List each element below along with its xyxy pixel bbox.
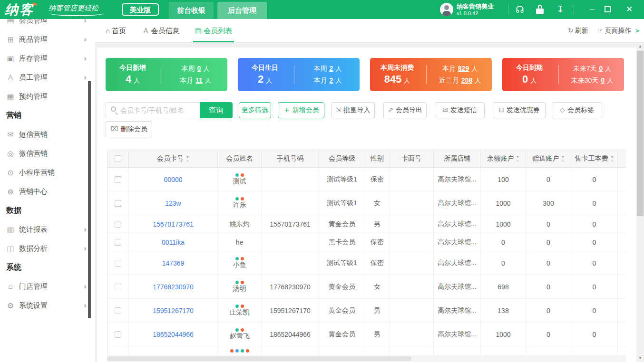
page-actions-button[interactable]: ☞页面操作＞ [597, 19, 641, 42]
member-card-link[interactable]: 15951267170 [153, 307, 194, 314]
button-label: 发送短信 [450, 106, 477, 114]
sidebar-item-12[interactable]: ◫数据分析› [0, 239, 95, 258]
sidebar-item-1[interactable]: ⊞商品管理› [0, 30, 95, 49]
sidebar-item-11[interactable]: ▥统计报表› [0, 220, 95, 239]
tab-home[interactable]: ⌂首页 [106, 19, 126, 42]
sort-icon[interactable]: ▼▲ [611, 155, 614, 162]
row-checkbox[interactable] [115, 221, 121, 228]
row-checkbox[interactable] [115, 284, 121, 290]
member-name-wrap: 庄荣凯 [230, 305, 250, 316]
sidebar-item-2[interactable]: ▣库存管理› [0, 49, 95, 68]
sort-icon[interactable]: ▼▲ [516, 155, 519, 162]
sidebar-item-8[interactable]: ⊙小程序营销 [0, 163, 95, 182]
gift-balance-cell: 0 [526, 299, 571, 323]
card-fee-cell: 0 [571, 233, 618, 251]
member-card-link[interactable]: 00000 [164, 176, 183, 183]
toolbar-button-6[interactable]: ◇会员标签 [552, 102, 602, 118]
member-card-link[interactable]: 15670173761 [153, 220, 194, 228]
sidebar-item-6[interactable]: ✉短信营销 [0, 125, 95, 144]
sidebar-item-14[interactable]: ⌂门店管理› [0, 277, 95, 296]
tab-member-info[interactable]: ♙会员信息 [143, 19, 179, 42]
row-checkbox[interactable] [115, 260, 121, 267]
row-checkbox[interactable] [115, 239, 121, 246]
substat-value[interactable]: 208 [461, 76, 472, 84]
sidebar-item-15[interactable]: ⚙系统设置› [0, 296, 95, 315]
search-input[interactable] [120, 105, 196, 115]
substat-value[interactable]: 0 [601, 76, 605, 84]
sort-icon[interactable]: ▼▲ [186, 155, 189, 162]
substat-value[interactable]: 829 [458, 65, 469, 72]
sidebar-item-label: 微信营销 [19, 149, 87, 158]
nav-tab-cashier[interactable]: 前台收银 [169, 2, 214, 19]
header-checkbox[interactable] [115, 155, 121, 162]
toolbar-button-4[interactable]: ✉发送短信 [435, 102, 485, 118]
substat-value[interactable]: 0 [197, 65, 201, 72]
row-checkbox[interactable] [115, 200, 121, 207]
member-card-link[interactable]: 147369 [162, 259, 185, 267]
toolbar-button-5[interactable]: ⊟发送优惠券 [493, 102, 546, 118]
phone-cell [262, 251, 319, 275]
sidebar: ▤会员管理›⊞商品管理›▣库存管理›♙员工管理›▦预约管理营销✉短信营销◎微信营… [0, 19, 95, 362]
delete-member-button[interactable]: ⌧删除会员 [106, 121, 152, 137]
close-button[interactable]: ✕ [622, 0, 636, 19]
column-label: 性别 [371, 154, 384, 163]
content-panel: 今日新增4人本周0人本月11人今日生日2人本周2人本月2人本周未消费845人本月… [97, 48, 636, 362]
level-cell-text: 黑卡会员 [329, 238, 355, 247]
level-cell: 测试等级1 [319, 168, 365, 191]
table-row-7: 18652044966赵雪飞18652044966黄金会员男高尔夫球馆...10… [107, 323, 626, 346]
store-cell: 高尔夫球馆... [434, 233, 481, 251]
toolbar-button-0[interactable]: 更多筛选 [239, 102, 271, 118]
sidebar-scrollbar[interactable] [88, 81, 91, 318]
substat-value[interactable]: 0 [599, 65, 603, 72]
toolbar-button-3[interactable]: ⇗会员导出 [383, 102, 427, 118]
member-card-link[interactable]: 0011ika [162, 238, 185, 246]
substat-value[interactable]: 2 [330, 65, 333, 72]
row-checkbox[interactable] [115, 331, 121, 338]
nav-tab-admin[interactable]: 后台管理 [217, 2, 267, 19]
download-icon[interactable]: ↧ [553, 0, 567, 19]
refresh-button[interactable]: ↻刷新 [568, 19, 588, 42]
card-fee-cell-text: 0 [593, 200, 596, 207]
member-card-link[interactable]: 123w [165, 200, 181, 207]
scroll-up-icon[interactable]: ▲ [636, 43, 644, 50]
sort-desc-icon: ▼ [611, 155, 614, 159]
phone-cell [262, 191, 319, 215]
sidebar-item-0[interactable]: ▤会员管理› [0, 19, 95, 30]
member-name-wrap: 测试 [233, 173, 246, 185]
row-checkbox[interactable] [115, 176, 121, 183]
customer-service-icon[interactable]: ☊ [513, 0, 527, 19]
card-divider [426, 65, 427, 84]
card-face-cell [390, 233, 434, 251]
partial-cell [319, 346, 365, 355]
page-tab-bar: ⌂首页 ♙会员信息 ▤会员列表 ↻刷新 ☞页面操作＞ [95, 19, 644, 43]
sidebar-item-7[interactable]: ◎微信营销 [0, 144, 95, 163]
member-name: 庄荣凯 [230, 308, 250, 316]
member-card-link[interactable]: 17768230970 [153, 283, 194, 291]
avatar[interactable] [440, 3, 453, 16]
coupon-icon: ⊟ [498, 106, 504, 114]
horizontal-scrollbar-thumb[interactable] [107, 356, 411, 361]
edition-badge[interactable]: 美业版 [122, 3, 159, 16]
sidebar-item-9[interactable]: ⊚营销中心 [0, 182, 95, 201]
row-checkbox[interactable] [115, 307, 121, 314]
toolbar-button-1[interactable]: ＋新增会员 [278, 102, 324, 118]
tab-member-list[interactable]: ▤会员列表 [195, 19, 232, 42]
minimize-button[interactable]: ─ [585, 0, 599, 19]
stat-card-unit: 人 [134, 77, 140, 84]
sidebar-item-4[interactable]: ▦预约管理 [0, 87, 95, 106]
vertical-scrollbar-thumb[interactable] [637, 51, 644, 216]
column-header-name: 会员姓名 [218, 150, 262, 168]
search-button[interactable]: 查询 [200, 102, 233, 118]
table-row-partial [107, 346, 626, 355]
horizontal-scrollbar[interactable] [107, 355, 626, 362]
scroll-down-icon[interactable]: ▼ [636, 354, 644, 362]
row-checkbox-cell [107, 323, 129, 346]
sort-icon[interactable]: ▼▲ [561, 155, 565, 162]
substat-value[interactable]: 11 [195, 76, 203, 84]
toolbar-button-2[interactable]: ⇲批量导入 [331, 102, 375, 118]
member-card-link[interactable]: 18652044966 [153, 331, 194, 338]
substat-value[interactable]: 2 [330, 76, 333, 84]
sidebar-item-3[interactable]: ♙员工管理› [0, 68, 95, 87]
maximize-button[interactable] [605, 6, 611, 12]
level-cell-text: 测试等级1 [327, 175, 357, 184]
